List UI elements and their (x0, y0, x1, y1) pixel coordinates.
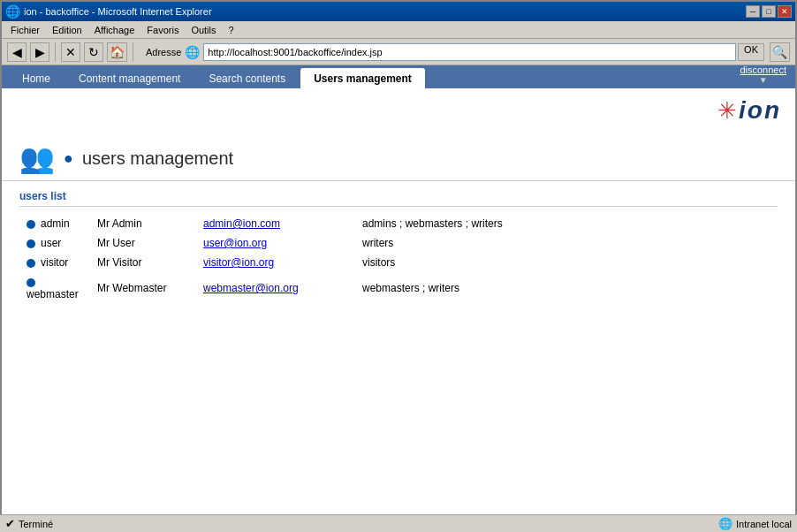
content-area: users list admin Mr Admin admin@ion.com … (2, 181, 795, 313)
stop-button[interactable]: ✕ (61, 42, 80, 62)
forward-button[interactable]: ▶ (30, 42, 49, 62)
logo: ✳ ion (717, 96, 781, 125)
table-row: webmaster Mr Webmaster webmaster@ion.org… (19, 272, 778, 304)
page-title-area: 👥 ● users management (2, 133, 795, 181)
tab-search-contents[interactable]: Search contents (195, 68, 299, 88)
disconnect-label[interactable]: disconnect (740, 65, 786, 75)
logo-text: ion (739, 96, 781, 125)
menu-outils[interactable]: Outils (186, 23, 221, 37)
zone-icon: 🌐 (718, 517, 732, 530)
menu-help[interactable]: ? (224, 23, 239, 37)
user-username: webmaster (19, 272, 90, 304)
page-title: users management (82, 148, 233, 169)
user-email-link[interactable]: admin@ion.com (203, 217, 280, 230)
status-right: 🌐 Intranet local (718, 517, 792, 530)
main-content: users list admin Mr Admin admin@ion.com … (2, 181, 795, 521)
refresh-button[interactable]: ↻ (84, 42, 103, 62)
nav-tabs: Home Content management Search contents … (9, 68, 427, 88)
user-dot-icon (27, 239, 35, 248)
window-title: ion - backoffice - Microsoft Internet Ex… (24, 6, 212, 17)
user-name: Mr User (90, 233, 196, 253)
address-input[interactable] (203, 43, 736, 61)
menu-affichage[interactable]: Affichage (89, 23, 140, 37)
user-dot-icon (27, 278, 35, 287)
user-name: Mr Admin (90, 214, 196, 233)
user-groups: webmasters ; writers (355, 272, 778, 304)
menu-bar: Fichier Edition Affichage Favoris Outils… (2, 21, 795, 39)
page-title-icon: 👥 (19, 141, 55, 175)
user-groups: admins ; webmasters ; writers (355, 214, 778, 233)
status-left: ✔ Terminé (5, 517, 53, 530)
blue-dot: ● (64, 149, 73, 168)
home-button[interactable]: 🏠 (107, 42, 127, 62)
status-icon: ✔ (5, 517, 15, 530)
address-label: Adresse (146, 47, 181, 57)
back-button[interactable]: ◀ (7, 42, 27, 62)
tab-home[interactable]: Home (9, 68, 64, 88)
title-bar: 🌐 ion - backoffice - Microsoft Internet … (2, 2, 795, 21)
menu-edition[interactable]: Edition (47, 23, 87, 37)
address-bar: 🌐 OK 🔍 (185, 42, 790, 62)
user-email: admin@ion.com (196, 214, 355, 233)
user-name: Mr Webmaster (90, 272, 196, 304)
logo-bar: ✳ ion (2, 88, 795, 133)
window-icon: 🌐 (5, 4, 20, 19)
user-groups: writers (355, 233, 778, 253)
status-bar: ✔ Terminé 🌐 Intranet local (0, 514, 797, 532)
logo-star-icon: ✳ (717, 97, 737, 125)
user-email-link[interactable]: user@ion.org (203, 237, 267, 249)
user-name: Mr Visitor (90, 253, 196, 272)
table-row: visitor Mr Visitor visitor@ion.org visit… (19, 253, 778, 272)
user-email: user@ion.org (196, 233, 355, 253)
user-email: webmaster@ion.org (196, 272, 355, 304)
nav-bar: Home Content management Search contents … (2, 65, 795, 88)
user-username: admin (19, 214, 90, 233)
toolbar-separator2 (133, 42, 133, 62)
user-email-link[interactable]: visitor@ion.org (203, 256, 274, 269)
table-row: user Mr User user@ion.org writers (19, 233, 778, 253)
section-divider (19, 206, 778, 207)
go-button[interactable]: OK (738, 43, 764, 61)
status-text: Terminé (19, 519, 53, 529)
user-email-link[interactable]: webmaster@ion.org (203, 282, 299, 294)
user-dot-icon (27, 220, 35, 229)
zone-text: Intranet local (736, 519, 792, 529)
search-button[interactable]: 🔍 (770, 42, 790, 62)
table-row: admin Mr Admin admin@ion.com admins ; we… (19, 214, 778, 233)
menu-fichier[interactable]: Fichier (5, 23, 45, 37)
address-icon: 🌐 (185, 45, 200, 59)
menu-favoris[interactable]: Favoris (141, 23, 184, 37)
user-email: visitor@ion.org (196, 253, 355, 272)
users-table: admin Mr Admin admin@ion.com admins ; we… (19, 214, 778, 304)
user-groups: visitors (355, 253, 778, 272)
close-button[interactable]: ✕ (778, 5, 792, 18)
toolbar: ◀ ▶ ✕ ↻ 🏠 Adresse 🌐 OK 🔍 (2, 39, 795, 65)
toolbar-separator (55, 42, 56, 62)
tab-users-management[interactable]: Users management (300, 68, 425, 88)
user-dot-icon (27, 259, 35, 268)
tab-content-management[interactable]: Content management (65, 68, 194, 88)
minimize-button[interactable]: ─ (746, 5, 760, 18)
user-username: visitor (19, 253, 90, 272)
user-username: user (19, 233, 90, 253)
section-title: users list (19, 190, 778, 202)
disconnect-area[interactable]: disconnect ▼ (731, 61, 795, 88)
maximize-button[interactable]: □ (762, 5, 776, 18)
